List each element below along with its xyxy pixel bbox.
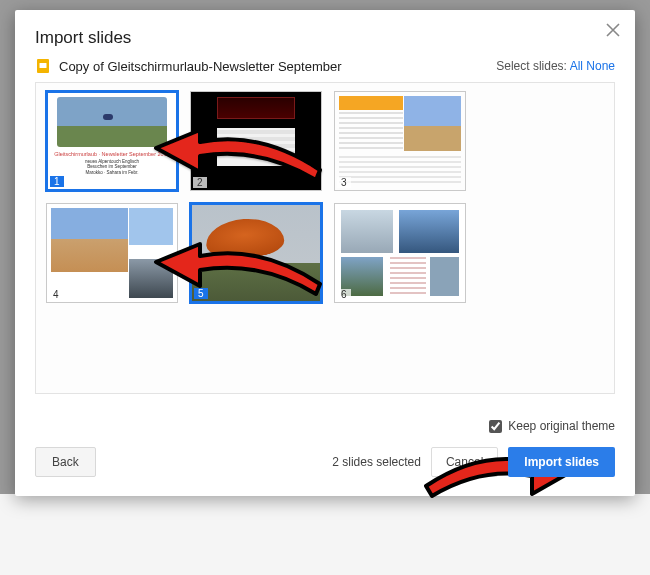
close-button[interactable] <box>601 20 625 44</box>
document-row: Copy of Gleitschirmurlaub-Newsletter Sep… <box>15 58 635 82</box>
slide-number: 3 <box>337 177 351 188</box>
selected-count-label: 2 slides selected <box>332 455 421 469</box>
slide-thumb-2[interactable]: 2 <box>190 91 322 191</box>
dialog-title: Import slides <box>15 10 635 58</box>
svg-rect-1 <box>40 63 47 68</box>
back-button[interactable]: Back <box>35 447 96 477</box>
slide-number: 2 <box>193 177 207 188</box>
slide-preview: Gleitschirmurlaub · Newsletter September… <box>48 93 176 189</box>
slide-number: 1 <box>50 176 64 187</box>
import-slides-button[interactable]: Import slides <box>508 447 615 477</box>
slide-thumb-4[interactable]: 4 <box>46 203 178 303</box>
slide-preview <box>335 92 465 190</box>
select-slides-label: Select slides: <box>496 59 567 73</box>
slide-thumb-6[interactable]: 6 <box>334 203 466 303</box>
slide-thumb-1[interactable]: Gleitschirmurlaub · Newsletter September… <box>46 91 178 191</box>
slide-thumb-5[interactable]: 5 <box>190 203 322 303</box>
google-slides-icon <box>35 58 51 74</box>
slide-thumb-3[interactable]: 3 <box>334 91 466 191</box>
close-icon <box>606 23 620 41</box>
cancel-button[interactable]: Cancel <box>431 447 498 477</box>
select-none-link[interactable]: None <box>586 59 615 73</box>
slide-preview <box>47 204 177 302</box>
slides-grid: Gleitschirmurlaub · Newsletter September… <box>46 91 604 303</box>
slide-preview <box>192 205 320 301</box>
select-slides-controls: Select slides: All None <box>496 59 615 73</box>
slide-number: 4 <box>49 289 63 300</box>
dialog-footer: Keep original theme Back 2 slides select… <box>15 412 635 496</box>
import-slides-dialog: Import slides Copy of Gleitschirmurlaub-… <box>15 10 635 496</box>
slides-grid-container: Gleitschirmurlaub · Newsletter September… <box>35 82 615 394</box>
select-all-link[interactable]: All <box>570 59 583 73</box>
keep-theme-label: Keep original theme <box>508 419 615 433</box>
slide-preview <box>191 92 321 190</box>
slide-preview <box>335 204 465 302</box>
slide-number: 5 <box>194 288 208 299</box>
document-name: Copy of Gleitschirmurlaub-Newsletter Sep… <box>59 59 342 74</box>
keep-theme-checkbox[interactable] <box>489 420 502 433</box>
slide-number: 6 <box>337 289 351 300</box>
